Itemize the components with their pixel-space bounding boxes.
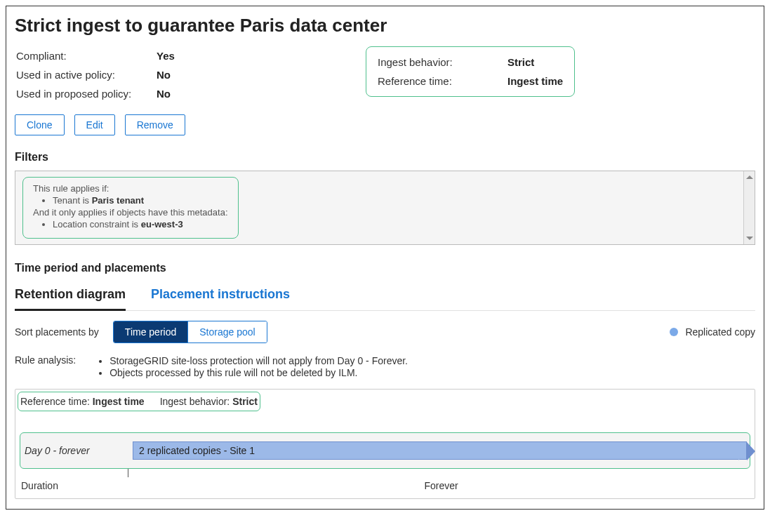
analysis-item: StorageGRID site-loss protection will no… <box>109 355 408 366</box>
rule-analysis-list: StorageGRID site-loss protection will no… <box>97 354 408 379</box>
compliant-value: Yes <box>157 50 175 62</box>
details-left-panel: Compliant: Yes Used in active policy: No… <box>15 46 338 103</box>
details-right-panel: Ingest behavior: Strict Reference time: … <box>366 46 575 97</box>
clone-button[interactable]: Clone <box>15 114 65 135</box>
sort-storage-pool[interactable]: Storage pool <box>187 321 266 343</box>
time-placements-header: Time period and placements <box>15 262 755 274</box>
proposed-policy-label: Used in proposed policy: <box>16 88 157 100</box>
legend: Replicated copy <box>670 326 755 338</box>
reference-time-value: Ingest time <box>507 75 563 87</box>
forever-label: Forever <box>133 480 749 491</box>
filter-location: Location constraint is eu-west-3 <box>53 219 228 230</box>
active-policy-value: No <box>157 69 171 81</box>
filters-and: And it only applies if objects have this… <box>33 207 228 218</box>
placement-bar: 2 replicated copies - Site 1 <box>133 441 747 460</box>
legend-replicated-label: Replicated copy <box>685 326 755 338</box>
scrollbar[interactable] <box>743 171 755 244</box>
retention-row-label: Day 0 - forever <box>22 445 133 456</box>
filters-header: Filters <box>15 151 755 164</box>
rule-analysis-label: Rule analysis: <box>15 354 76 379</box>
tab-placement-instructions[interactable]: Placement instructions <box>151 281 290 310</box>
diagram-header: Reference time: Ingest time Ingest behav… <box>18 392 260 411</box>
analysis-item: Objects processed by this rule will not … <box>109 367 408 378</box>
sort-time-period[interactable]: Time period <box>114 321 187 343</box>
active-policy-label: Used in active policy: <box>16 69 157 81</box>
reference-time-label: Reference time: <box>378 75 507 87</box>
tab-retention-diagram[interactable]: Retention diagram <box>15 281 126 311</box>
filter-tenant: Tenant is Paris tenant <box>53 195 228 206</box>
filters-box: This rule applies if: Tenant is Paris te… <box>15 171 755 245</box>
proposed-policy-value: No <box>157 88 171 100</box>
ingest-behavior-label: Ingest behavior: <box>378 56 507 68</box>
arrow-right-icon <box>747 442 755 460</box>
filters-intro: This rule applies if: <box>33 183 228 194</box>
filters-content: This rule applies if: Tenant is Paris te… <box>22 177 239 239</box>
compliant-label: Compliant: <box>16 50 157 62</box>
ingest-behavior-value: Strict <box>507 56 534 68</box>
page-title: Strict ingest to guarantee Paris data ce… <box>15 15 755 36</box>
sort-label: Sort placements by <box>15 326 99 338</box>
edit-button[interactable]: Edit <box>74 114 115 135</box>
replicated-dot-icon <box>670 328 678 336</box>
remove-button[interactable]: Remove <box>125 114 185 135</box>
duration-label: Duration <box>21 480 133 491</box>
retention-diagram: Reference time: Ingest time Ingest behav… <box>15 389 755 499</box>
retention-row: Day 0 - forever 2 replicated copies - Si… <box>20 432 750 469</box>
